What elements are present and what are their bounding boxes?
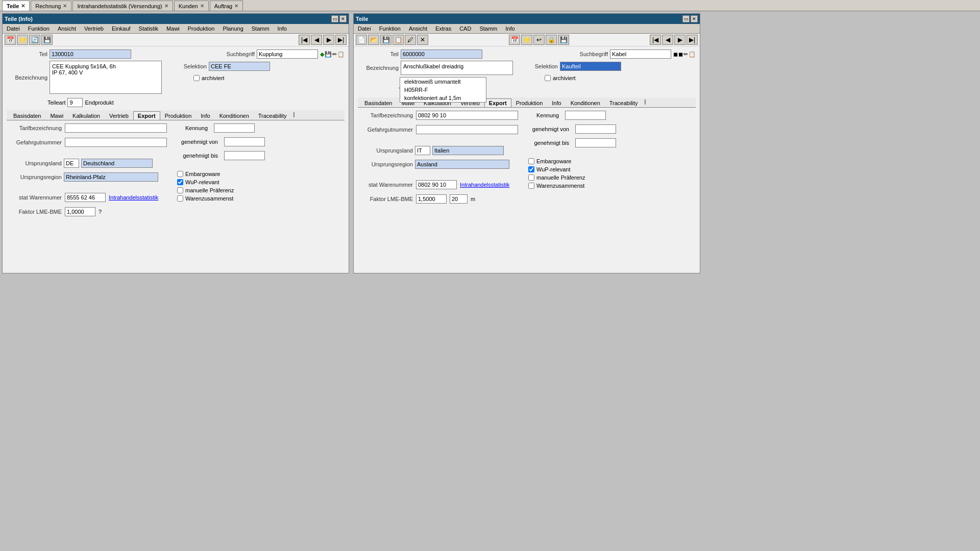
left-intrahandel-link[interactable]: Intrahandelsstatistik	[109, 194, 158, 201]
right-waren-checkbox[interactable]	[528, 183, 534, 189]
right-ursprungsregion-input[interactable]	[415, 160, 509, 169]
right-toolbar-lock-btn[interactable]: 🔒	[546, 35, 557, 45]
tab-auftrag[interactable]: Auftrag ✕	[210, 1, 243, 11]
right-tab-produktion[interactable]: Produktion	[511, 98, 548, 107]
right-suchbegriff-icon1[interactable]: ◼	[673, 51, 678, 58]
right-menu-extras[interactable]: Extras	[433, 25, 453, 32]
left-ursprungsland-name[interactable]	[81, 159, 153, 168]
left-manuelle-checkbox[interactable]	[177, 187, 183, 193]
right-selektion-input[interactable]	[560, 62, 621, 71]
right-window-restore-btn[interactable]: ▭	[682, 15, 690, 22]
left-tab-basisdaten[interactable]: Basisdaten	[9, 111, 45, 120]
tab-intrahandel-close[interactable]: ✕	[164, 3, 168, 9]
right-suchbegriff-input[interactable]	[610, 49, 671, 59]
left-archiviert-checkbox[interactable]	[193, 75, 200, 81]
left-teileart-number[interactable]	[67, 98, 83, 107]
right-wup-checkbox[interactable]	[528, 166, 534, 172]
right-gefahrgutnummer-input[interactable]	[416, 125, 518, 134]
right-toolbar-btn5[interactable]: 🖊	[405, 35, 416, 45]
right-dropdown-item1[interactable]: elektroweiß ummantelt	[400, 78, 486, 86]
left-menu-datei[interactable]: Datei	[5, 25, 22, 32]
left-menu-statistik[interactable]: Statistik	[137, 25, 161, 32]
left-gen-von-input[interactable]	[224, 137, 265, 146]
right-toolbar-btn2[interactable]: 📂	[368, 35, 379, 45]
left-menu-stamm[interactable]: Stamm	[250, 25, 272, 32]
left-ursprungsland-code[interactable]	[64, 159, 79, 168]
right-stat-input[interactable]	[416, 180, 457, 189]
right-intrahandel-link[interactable]: Intrahandelsstatistik	[460, 182, 509, 188]
left-tab-konditionen[interactable]: Konditionen	[215, 111, 254, 120]
right-kennung-input[interactable]	[565, 111, 606, 120]
right-ursprungsland-code[interactable]	[415, 146, 430, 155]
right-gen-bis-input[interactable]	[575, 138, 616, 147]
right-nav-last-btn[interactable]: ▶|	[687, 35, 698, 45]
left-toolbar-star-btn[interactable]: ⭐	[17, 35, 28, 45]
right-gen-von-input[interactable]	[575, 124, 616, 134]
left-menu-produktion[interactable]: Produktion	[186, 25, 217, 32]
right-suchbegriff-icon2[interactable]: ◼	[678, 51, 683, 58]
left-ursprungsregion-input[interactable]	[64, 172, 158, 182]
right-toolbar-star-btn[interactable]: ⭐	[521, 35, 532, 45]
left-window-restore-btn[interactable]: ▭	[331, 15, 338, 22]
right-toolbar-btn1[interactable]: 📄	[356, 35, 367, 45]
right-manuelle-checkbox[interactable]	[528, 174, 534, 181]
left-tarifbezeichnung-input[interactable]	[65, 123, 167, 133]
right-tab-basisdaten[interactable]: Basisdaten	[360, 98, 397, 107]
left-menu-ansicht[interactable]: Ansicht	[56, 25, 78, 32]
left-menu-planung[interactable]: Planung	[220, 25, 245, 32]
right-menu-cad[interactable]: CAD	[457, 25, 473, 32]
left-suchbegriff-edit-icon[interactable]: ✏	[332, 51, 337, 58]
tab-teile-close[interactable]: ✕	[21, 3, 25, 9]
tab-rechnung-close[interactable]: ✕	[63, 3, 67, 9]
left-gefahrgutnummer-input[interactable]	[65, 138, 167, 147]
left-faktor-input[interactable]	[65, 207, 95, 216]
tab-teile[interactable]: Teile ✕	[2, 1, 30, 11]
left-waren-checkbox[interactable]	[177, 195, 183, 202]
left-nav-first-btn[interactable]: |◀	[299, 35, 310, 45]
left-suchbegriff-copy-icon[interactable]: 📋	[337, 51, 345, 58]
right-window-close-btn[interactable]: ✕	[691, 15, 698, 22]
left-tab-export[interactable]: Export	[133, 111, 160, 120]
left-wup-checkbox[interactable]	[177, 179, 183, 185]
right-nav-next-btn[interactable]: ▶	[674, 35, 685, 45]
left-menu-einkauf[interactable]: Einkauf	[110, 25, 133, 32]
left-menu-vertrieb[interactable]: Vertrieb	[82, 25, 106, 32]
right-ursprungsland-name[interactable]	[432, 146, 504, 155]
left-tab-mawi[interactable]: Mawi	[45, 111, 68, 120]
right-menu-stamm[interactable]: Stamm	[477, 25, 499, 32]
left-suchbegriff-input[interactable]	[257, 49, 318, 59]
right-menu-info[interactable]: Info	[503, 25, 517, 32]
left-nav-prev-btn[interactable]: ◀	[311, 35, 322, 45]
right-toolbar-cal-btn[interactable]: 📅	[509, 35, 520, 45]
right-toolbar-save2-btn[interactable]: 💾	[558, 35, 569, 45]
right-tab-konditionen[interactable]: Konditionen	[566, 98, 605, 107]
tab-auftrag-close[interactable]: ✕	[234, 3, 238, 9]
left-kennung-input[interactable]	[214, 123, 255, 133]
left-toolbar-save-btn[interactable]: 💾	[41, 35, 53, 45]
left-window-close-btn[interactable]: ✕	[339, 15, 347, 22]
right-toolbar-btn6[interactable]: ✕	[417, 35, 428, 45]
right-faktor-input2[interactable]	[450, 194, 468, 204]
left-tab-traceability[interactable]: Traceability	[254, 111, 291, 120]
left-embargoware-checkbox[interactable]	[177, 171, 183, 177]
left-suchbegriff-save-icon[interactable]: 💾	[325, 51, 332, 58]
left-menu-info[interactable]: Info	[276, 25, 289, 32]
right-tab-export[interactable]: Export	[484, 98, 511, 107]
tab-intrahandel[interactable]: Intrahandelsstatistik (Versendung) ✕	[72, 1, 173, 11]
right-nav-first-btn[interactable]: |◀	[650, 35, 661, 45]
right-tarifbezeichnung-input[interactable]	[416, 111, 518, 120]
right-toolbar-arrow-btn[interactable]: ↩	[533, 35, 545, 45]
right-faktor-input[interactable]	[416, 194, 447, 204]
left-toolbar-calendar-btn[interactable]: 📅	[5, 35, 16, 45]
left-nav-next-btn[interactable]: ▶	[323, 35, 334, 45]
right-teil-input[interactable]	[401, 49, 482, 59]
left-gen-bis-input[interactable]	[224, 151, 265, 160]
right-tab-traceability[interactable]: Traceability	[605, 98, 643, 107]
right-toolbar-btn4[interactable]: 📋	[393, 35, 404, 45]
right-toolbar-btn3[interactable]: 💾	[380, 35, 391, 45]
left-tab-info[interactable]: Info	[196, 111, 214, 120]
right-tab-info[interactable]: Info	[547, 98, 566, 107]
right-archiviert-checkbox[interactable]	[545, 75, 551, 81]
tab-kunden[interactable]: Kunden ✕	[174, 1, 209, 11]
left-menu-mawi[interactable]: Mawi	[164, 25, 182, 32]
